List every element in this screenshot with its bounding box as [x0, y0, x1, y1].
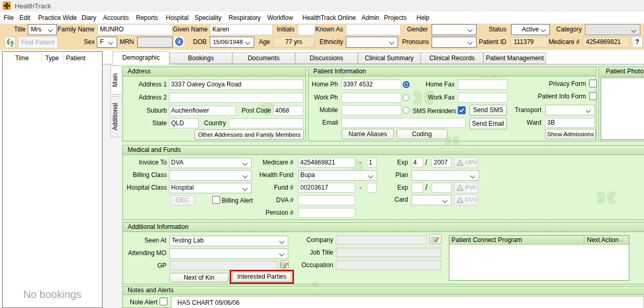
- svg-text:i: i: [178, 38, 180, 45]
